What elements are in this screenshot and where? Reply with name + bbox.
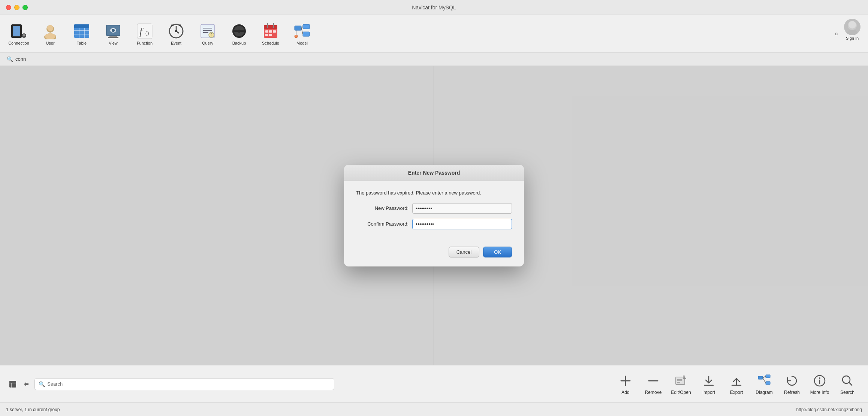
bottom-diagram-button[interactable]: Diagram xyxy=(751,369,777,399)
connection-icon xyxy=(10,22,28,40)
sign-in-button[interactable]: Sign In xyxy=(844,19,861,40)
bottom-import-button[interactable]: Import xyxy=(696,369,722,399)
schedule-label: Schedule xyxy=(262,41,279,45)
bottom-editopen-button[interactable]: Edit/Open xyxy=(668,369,694,399)
table-icon xyxy=(73,22,91,40)
svg-line-73 xyxy=(763,376,766,378)
import-label: Import xyxy=(702,390,715,395)
export-icon xyxy=(729,373,744,388)
svg-rect-42 xyxy=(269,30,272,33)
app-wrapper: Navicat for MySQL Connection xyxy=(0,0,868,416)
nav-connection-name: conn xyxy=(15,56,26,62)
toolbar-item-connection[interactable]: Connection xyxy=(4,19,34,49)
view-label: View xyxy=(109,41,118,45)
svg-rect-37 xyxy=(234,30,244,32)
user-label: User xyxy=(46,41,54,45)
backup-label: Backup xyxy=(232,41,246,45)
bottom-search-button[interactable]: Search xyxy=(834,369,861,399)
expand-icon[interactable]: » xyxy=(835,30,838,37)
svg-text:(): () xyxy=(145,30,149,36)
model-icon xyxy=(293,22,311,40)
model-label: Model xyxy=(296,41,308,45)
title-bar: Navicat for MySQL xyxy=(0,0,868,15)
bottom-add-button[interactable]: Add xyxy=(612,369,639,399)
small-table-icon[interactable] xyxy=(7,379,18,389)
cancel-button[interactable]: Cancel xyxy=(449,247,479,257)
svg-rect-43 xyxy=(273,30,276,33)
bottom-left-icons xyxy=(7,379,31,389)
toolbar-item-view[interactable]: View xyxy=(98,19,128,49)
svg-point-53 xyxy=(295,35,298,38)
new-password-input[interactable] xyxy=(412,203,512,214)
toolbar-item-schedule[interactable]: Schedule xyxy=(256,19,286,49)
new-password-label: New Password: xyxy=(356,205,409,211)
search-label: Search xyxy=(840,390,855,395)
connection-label: Connection xyxy=(8,41,29,45)
confirm-password-input[interactable] xyxy=(412,219,512,229)
svg-rect-1 xyxy=(13,26,20,36)
close-button[interactable] xyxy=(6,5,11,10)
add-icon xyxy=(618,373,633,388)
avatar xyxy=(844,19,861,35)
toolbar-item-backup[interactable]: Backup xyxy=(224,19,254,49)
svg-rect-41 xyxy=(265,30,268,33)
query-icon: ? xyxy=(199,22,217,40)
bottom-right-tools: Add Remove xyxy=(612,369,861,399)
sign-in-label: Sign In xyxy=(846,36,859,40)
new-password-row: New Password: xyxy=(356,203,512,214)
window-controls xyxy=(6,5,28,10)
svg-rect-18 xyxy=(108,37,118,38)
bottom-toolbar: 🔍 Add xyxy=(0,365,868,403)
view-icon xyxy=(104,22,122,40)
bottom-export-button[interactable]: Export xyxy=(723,369,750,399)
bottom-search-bar: 🔍 xyxy=(34,378,334,390)
toolbar-item-model[interactable]: Model xyxy=(287,19,317,49)
window-title: Navicat for MySQL xyxy=(412,4,456,10)
toolbar-item-event[interactable]: Event xyxy=(161,19,191,49)
confirm-password-label: Confirm Password: xyxy=(356,221,409,227)
svg-point-16 xyxy=(112,29,115,32)
schedule-icon xyxy=(262,22,280,40)
event-icon xyxy=(167,22,185,40)
svg-point-55 xyxy=(846,29,858,35)
svg-rect-45 xyxy=(269,34,272,36)
nav-bar: 🔍 conn xyxy=(0,52,868,66)
diagram-label: Diagram xyxy=(756,390,772,395)
bottom-moreinfo-button[interactable]: More Info xyxy=(807,369,833,399)
maximize-button[interactable] xyxy=(22,5,28,10)
dialog-message: The password has expired. Please enter a… xyxy=(356,190,512,196)
toolbar-item-query[interactable]: ? Query xyxy=(193,19,223,49)
bottom-remove-button[interactable]: Remove xyxy=(640,369,666,399)
svg-text:?: ? xyxy=(210,33,213,37)
status-bar: 1 server, 1 in current group http://blog… xyxy=(0,403,868,416)
content-area: Enter New Password The password has expi… xyxy=(0,66,868,365)
table-label: Table xyxy=(77,41,87,45)
refresh-label: Refresh xyxy=(784,390,800,395)
dialog-title: Enter New Password xyxy=(408,170,460,176)
refresh-icon xyxy=(784,373,799,388)
status-left-text: 1 server, 1 in current group xyxy=(6,407,60,412)
search-icon xyxy=(840,373,855,388)
event-label: Event xyxy=(171,41,181,45)
small-arrow-icon[interactable] xyxy=(21,379,31,389)
ok-button[interactable]: OK xyxy=(483,247,512,257)
dialog-buttons: Cancel OK xyxy=(344,244,524,266)
status-url: http://blog.csdn.net/xiangzhihong xyxy=(796,407,862,412)
svg-line-51 xyxy=(301,27,303,28)
svg-rect-72 xyxy=(766,382,770,385)
bottom-search-input[interactable] xyxy=(47,381,330,387)
dialog-body: The password has expired. Please enter a… xyxy=(344,181,524,244)
svg-rect-49 xyxy=(303,24,310,29)
minimize-button[interactable] xyxy=(14,5,19,10)
backup-icon xyxy=(230,22,248,40)
user-icon xyxy=(41,22,59,40)
toolbar-item-user[interactable]: User xyxy=(35,19,65,49)
query-label: Query xyxy=(202,41,213,45)
toolbar-item-table[interactable]: Table xyxy=(67,19,97,49)
moreinfo-label: More Info xyxy=(810,390,829,395)
toolbar-item-function[interactable]: f () Function xyxy=(130,19,160,49)
diagram-icon xyxy=(757,373,772,388)
nav-connection-item[interactable]: 🔍 conn xyxy=(4,55,29,64)
remove-icon xyxy=(646,373,661,388)
bottom-refresh-button[interactable]: Refresh xyxy=(779,369,805,399)
